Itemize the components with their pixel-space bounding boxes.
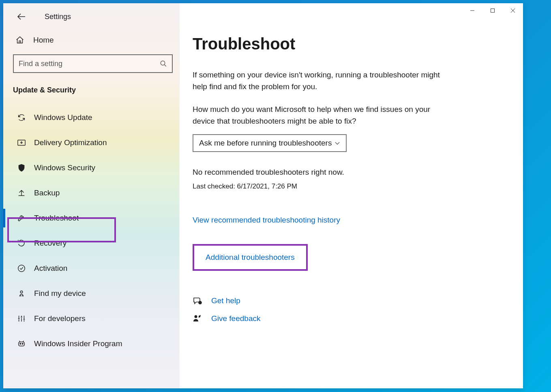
sidebar-item-label: Windows Security — [34, 163, 95, 172]
close-icon — [510, 8, 515, 13]
sidebar-item-windows-update[interactable]: Windows Update — [3, 105, 179, 130]
back-button[interactable] — [15, 11, 28, 23]
svg-rect-4 — [19, 342, 25, 346]
sidebar-section-header: Update & Security — [3, 75, 179, 100]
home-icon — [15, 36, 28, 45]
sidebar-item-label: Recovery — [34, 239, 66, 248]
svg-point-6 — [22, 343, 23, 345]
sidebar: Settings Home Update & Security Wind — [3, 3, 179, 388]
get-help-row: ? Get help — [193, 292, 510, 310]
wrench-icon — [15, 214, 28, 223]
svg-point-0 — [161, 61, 165, 65]
history-link[interactable]: View recommended troubleshooting history — [193, 216, 340, 225]
sidebar-item-label: Activation — [34, 264, 67, 273]
sidebar-item-label: Delivery Optimization — [34, 138, 107, 147]
app-title: Settings — [45, 13, 71, 21]
nav-list: Windows Update Delivery Optimization Win… — [3, 100, 179, 356]
close-button[interactable] — [503, 3, 523, 18]
sidebar-item-label: Windows Insider Program — [34, 339, 122, 348]
svg-point-2 — [18, 265, 25, 272]
insider-icon — [15, 339, 28, 348]
sidebar-item-find-my-device[interactable]: Find my device — [3, 281, 179, 306]
sidebar-item-label: Backup — [34, 189, 60, 197]
recovery-icon — [15, 239, 28, 248]
sidebar-item-label: Troubleshoot — [34, 214, 79, 223]
minimize-icon — [470, 8, 475, 13]
sidebar-item-label: Windows Update — [34, 113, 92, 122]
sidebar-item-delivery-optimization[interactable]: Delivery Optimization — [3, 130, 179, 155]
svg-point-3 — [20, 291, 23, 293]
sidebar-item-recovery[interactable]: Recovery — [3, 231, 179, 256]
minimize-button[interactable] — [462, 3, 482, 18]
settings-window: Settings Home Update & Security Wind — [3, 3, 523, 388]
chevron-down-icon — [334, 140, 340, 146]
sidebar-item-label: Find my device — [34, 289, 86, 298]
sidebar-item-activation[interactable]: Activation — [3, 256, 179, 281]
titlebar-buttons — [462, 3, 523, 18]
developers-icon — [15, 314, 28, 323]
page-title: Troubleshoot — [193, 35, 510, 53]
dropdown-value: Ask me before running troubleshooters — [199, 139, 332, 148]
sidebar-item-troubleshoot[interactable]: Troubleshoot — [3, 206, 179, 231]
search-icon — [160, 60, 167, 67]
page-description: If something on your device isn't workin… — [193, 69, 444, 92]
shield-icon — [15, 163, 28, 172]
feedback-icon — [193, 314, 207, 323]
location-icon — [15, 289, 28, 298]
sidebar-item-backup[interactable]: Backup — [3, 180, 179, 206]
maximize-button[interactable] — [482, 3, 503, 18]
help-section: ? Get help Give feedback — [193, 292, 510, 328]
get-help-link[interactable]: Get help — [211, 296, 240, 305]
sidebar-item-windows-security[interactable]: Windows Security — [3, 155, 179, 180]
sidebar-item-for-developers[interactable]: For developers — [3, 306, 179, 331]
svg-text:?: ? — [199, 302, 201, 304]
no-recommended-text: No recommended troubleshooters right now… — [193, 167, 444, 178]
check-circle-icon — [15, 264, 28, 273]
search-box[interactable] — [13, 54, 173, 73]
refresh-icon — [15, 113, 28, 122]
svg-point-5 — [20, 343, 21, 345]
content-pane: Troubleshoot If something on your device… — [179, 3, 523, 388]
svg-rect-7 — [491, 9, 495, 13]
home-label: Home — [33, 36, 54, 45]
additional-troubleshooters-link[interactable]: Additional troubleshooters — [206, 253, 295, 262]
page-prompt: How much do you want Microsoft to help w… — [193, 104, 444, 127]
sidebar-item-home[interactable]: Home — [3, 30, 179, 50]
give-feedback-link[interactable]: Give feedback — [211, 314, 260, 323]
annotation-highlight: Additional troubleshooters — [193, 244, 308, 271]
search-wrap — [13, 54, 173, 73]
upload-icon — [15, 189, 28, 197]
troubleshooter-preference-dropdown[interactable]: Ask me before running troubleshooters — [193, 134, 347, 152]
maximize-icon — [490, 8, 495, 13]
give-feedback-row: Give feedback — [193, 310, 510, 328]
arrow-left-icon — [17, 13, 25, 20]
sidebar-item-windows-insider[interactable]: Windows Insider Program — [3, 331, 179, 356]
last-checked-text: Last checked: 6/17/2021, 7:26 PM — [193, 182, 510, 191]
download-icon — [15, 138, 28, 147]
search-input[interactable] — [19, 60, 160, 68]
header-row: Settings — [3, 3, 179, 30]
svg-point-10 — [195, 315, 197, 318]
sidebar-item-label: For developers — [34, 314, 86, 323]
help-icon: ? — [193, 296, 207, 305]
